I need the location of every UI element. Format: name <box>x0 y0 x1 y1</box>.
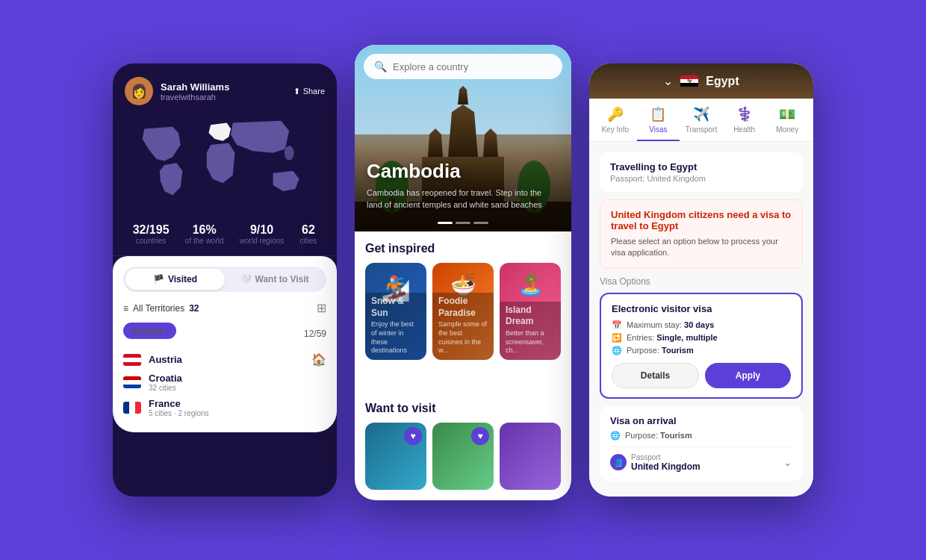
egypt-flag: 🦅 <box>680 75 698 87</box>
search-icon: 🔍 <box>374 60 387 72</box>
island-card-sub: Island Dream Better than a screensaver, … <box>500 302 561 360</box>
apply-button[interactable]: Apply <box>705 363 791 388</box>
visa-alert-title: United Kingdom citizens need a visa to t… <box>611 209 792 231</box>
country-list: Austria 🏠 Croatia 32 cities France 5 cit… <box>123 352 326 417</box>
phone1-bottom: 🏴 Visited 🤍 Want to Visit ≡ All Territor… <box>113 256 337 432</box>
want-to-visit-tab[interactable]: 🤍 Want to Visit <box>225 269 324 290</box>
stats-row: 32/195 countries 16% of the world 9/10 w… <box>113 217 337 256</box>
user-profile[interactable]: 👩 Sarah Williams travelwithsarah <box>125 77 229 105</box>
avatar: 👩 <box>125 77 153 105</box>
passport-left: 📘 Passport United Kingdom <box>610 453 700 472</box>
share-button[interactable]: ⬆ Share <box>293 87 325 96</box>
svg-point-0 <box>285 146 294 160</box>
hero-image: 🔍 Cambodia Cambodia has reopened for tra… <box>355 45 571 231</box>
dot-3 <box>473 222 488 224</box>
want-card-1[interactable]: ♥ <box>365 423 426 490</box>
visa-icon: 📋 <box>650 106 666 122</box>
grid-icon[interactable]: ⊞ <box>317 301 326 315</box>
want-grid: ♥ ♥ <box>365 423 561 490</box>
world-map <box>113 113 337 217</box>
get-inspired-title: Get inspired <box>365 242 561 255</box>
chevron-down-icon-2[interactable]: ⌄ <box>783 456 792 468</box>
calendar-icon: 📅 <box>612 320 622 330</box>
region-pill[interactable]: Europe › <box>123 323 176 339</box>
hero-dots <box>438 222 488 224</box>
country-info: France 5 cities · 2 regions <box>149 398 209 417</box>
island-icon: 🏝️ <box>518 272 544 296</box>
world-map-svg <box>120 113 329 217</box>
want-card-3[interactable] <box>500 423 561 490</box>
money-icon: 💵 <box>779 106 795 122</box>
inspired-card-snow[interactable]: 🏂 Snow & Sun Enjoy the best of winter in… <box>365 263 426 360</box>
evisa-title: Electronic visitor visa <box>612 303 791 314</box>
plane-icon: ✈️ <box>693 106 709 122</box>
visa-options-label: Visa Options <box>600 276 803 287</box>
chevron-right-icon: › <box>166 326 169 336</box>
entries-icon: 🔁 <box>612 333 622 343</box>
stat-regions: 9/10 world regions <box>240 223 284 245</box>
visited-tab[interactable]: 🏴 Visited <box>125 269 225 290</box>
health-icon: ⚕️ <box>736 106 753 122</box>
phone2-content: Get inspired 🏂 Snow & Sun Enjoy the best… <box>355 231 571 402</box>
heart-icon-1[interactable]: ♥ <box>404 427 422 445</box>
search-input[interactable] <box>393 61 552 72</box>
share-icon: ⬆ <box>293 87 300 96</box>
want-card-2[interactable]: ♥ <box>432 423 494 490</box>
france-flag <box>123 402 141 414</box>
tab-money[interactable]: 💵 Money <box>765 99 809 141</box>
electronic-visa-card: Electronic visitor visa 📅 Maximum stay: … <box>600 293 803 399</box>
phone3-content: Travelling to Egypt Passport: United Kin… <box>589 142 813 497</box>
hero-title: Cambodia <box>367 160 559 183</box>
stat-world: 16% of the world <box>185 223 224 245</box>
user-name: Sarah Williams <box>161 81 229 93</box>
details-button[interactable]: Details <box>612 363 699 388</box>
country-item-austria[interactable]: Austria 🏠 <box>123 352 326 367</box>
filter-left: ≡ All Territories 32 <box>123 303 199 314</box>
voa-title: Visa on arrival <box>610 415 792 426</box>
foodie-card-sub: Foodie Paradise Sample some of the best … <box>432 293 494 360</box>
phone3-tabs: 🔑 Key Info 📋 Visas ✈️ Transport ⚕️ Healt… <box>589 99 813 142</box>
flag-black <box>680 83 698 87</box>
passport-icon: 📘 <box>610 454 627 470</box>
inspired-card-foodie[interactable]: 🍜 Foodie Paradise Sample some of the bes… <box>432 263 494 360</box>
user-info: Sarah Williams travelwithsarah <box>161 81 229 102</box>
tab-health[interactable]: ⚕️ Health <box>723 99 766 141</box>
search-bar[interactable]: 🔍 <box>364 54 562 79</box>
visited-tabs: 🏴 Visited 🤍 Want to Visit <box>123 267 326 292</box>
key-icon: 🔑 <box>607 106 624 122</box>
tab-key-info[interactable]: 🔑 Key Info <box>594 99 637 141</box>
phone1-header: 👩 Sarah Williams travelwithsarah ⬆ Share <box>113 63 337 113</box>
visa-on-arrival-card: Visa on arrival 🌐 Purpose: Tourism 📘 Pas… <box>600 406 803 481</box>
evisa-purpose: 🌐 Purpose: Tourism <box>612 346 791 355</box>
dot-1 <box>438 222 453 224</box>
evisa-stay: 📅 Maximum stay: 30 days <box>612 320 791 330</box>
visa-alert: United Kingdom citizens need a visa to t… <box>600 199 803 269</box>
svg-marker-4 <box>458 86 468 105</box>
travelling-title: Travelling to Egypt <box>610 161 792 172</box>
globe-icon-2: 🌐 <box>610 431 621 441</box>
croatia-flag <box>123 376 141 388</box>
snow-card-sub: Snow & Sun Enjoy the best of winter in t… <box>365 293 426 360</box>
heart-icon-2[interactable]: ♥ <box>471 427 489 445</box>
chevron-down-icon[interactable]: ⌄ <box>663 74 673 88</box>
heart-icon: 🤍 <box>240 274 252 284</box>
hero-text: Cambodia Cambodia has reopened for trave… <box>367 160 559 211</box>
visa-actions: Details Apply <box>612 363 791 388</box>
country-item-france[interactable]: France 5 cities · 2 regions <box>123 398 326 417</box>
home-icon: 🏠 <box>311 352 326 367</box>
tab-transport[interactable]: ✈️ Transport <box>680 99 723 141</box>
region-row: Europe › 12/59 <box>123 323 326 345</box>
phone-explore: 🔍 Cambodia Cambodia has reopened for tra… <box>355 45 571 500</box>
passport-row: 📘 Passport United Kingdom ⌄ <box>610 447 792 472</box>
passport-info: Passport United Kingdom <box>631 453 700 472</box>
travelling-passport: Passport: United Kingdom <box>610 174 792 183</box>
globe-icon: 🌐 <box>612 346 622 355</box>
visa-alert-text: Please select an option below to process… <box>611 236 792 259</box>
stat-countries: 32/195 countries <box>133 223 170 245</box>
tab-visas[interactable]: 📋 Visas <box>637 99 680 141</box>
user-handle: travelwithsarah <box>161 93 229 102</box>
inspired-card-island[interactable]: 🏝️ Island Dream Better than a screensave… <box>500 263 561 360</box>
country-item-croatia[interactable]: Croatia 32 cities <box>123 373 326 392</box>
dot-2 <box>456 222 470 224</box>
voa-purpose: 🌐 Purpose: Tourism <box>610 431 792 441</box>
